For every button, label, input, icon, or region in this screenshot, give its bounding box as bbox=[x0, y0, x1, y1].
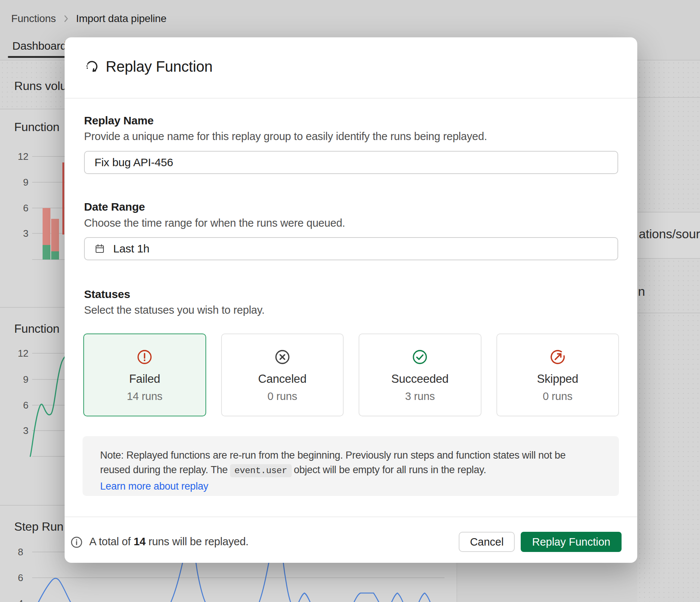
right-band-label: ations/sourc bbox=[637, 212, 700, 258]
header-divider bbox=[65, 98, 637, 99]
svg-text:6: 6 bbox=[23, 400, 28, 411]
svg-text:12: 12 bbox=[18, 348, 28, 359]
svg-text:4: 4 bbox=[18, 598, 23, 602]
svg-text:12: 12 bbox=[18, 151, 28, 162]
right-band-top bbox=[637, 60, 700, 212]
status-name: Canceled bbox=[258, 372, 306, 386]
note-line1: Note: Replayed functions are re-run from… bbox=[100, 450, 566, 461]
status-name: Failed bbox=[129, 372, 160, 386]
date-range-field[interactable]: Last 1h bbox=[84, 237, 618, 260]
status-name: Skipped bbox=[537, 372, 578, 386]
svg-text:9: 9 bbox=[23, 177, 28, 188]
replay-name-label: Replay Name bbox=[84, 114, 154, 127]
inline-code: event.user bbox=[230, 464, 292, 477]
tab-active-underline bbox=[8, 56, 65, 58]
info-icon bbox=[70, 536, 83, 549]
footer-buttons: Cancel Replay Function bbox=[459, 532, 622, 552]
date-range-description: Choose the time range for when the runs … bbox=[84, 217, 345, 229]
right-band-bottom bbox=[637, 313, 700, 602]
status-card-succeeded[interactable]: Succeeded 3 runs bbox=[359, 333, 481, 416]
status-card-canceled[interactable]: Canceled 0 runs bbox=[221, 333, 344, 416]
svg-text:6: 6 bbox=[18, 572, 23, 583]
redo-circle-icon bbox=[549, 348, 566, 366]
status-cards: Failed 14 runs Canceled 0 runs Succeeded bbox=[83, 333, 619, 416]
status-name: Succeeded bbox=[391, 372, 449, 386]
line-chart-green: 12 9 6 3 bbox=[0, 308, 75, 505]
status-runs: 3 runs bbox=[405, 390, 435, 403]
clipped-text-fragment: ations/sourc bbox=[639, 227, 700, 241]
replay-name-input[interactable] bbox=[84, 151, 618, 174]
date-range-label: Date Range bbox=[84, 201, 145, 213]
screen: Functions Import data pipeline Dashboard… bbox=[0, 0, 700, 602]
chevron-right-icon bbox=[61, 14, 71, 24]
breadcrumb-current: Import data pipeline bbox=[76, 13, 167, 25]
clipped-text-fragment: n bbox=[638, 284, 645, 299]
status-runs: 0 runs bbox=[267, 390, 297, 403]
status-card-skipped[interactable]: Skipped 0 runs bbox=[496, 333, 619, 416]
status-card-failed[interactable]: Failed 14 runs bbox=[83, 333, 206, 416]
statuses-description: Select the statuses you wish to replay. bbox=[84, 304, 264, 316]
check-circle-icon bbox=[411, 348, 428, 366]
calendar-icon bbox=[94, 243, 106, 255]
svg-text:3: 3 bbox=[23, 228, 28, 239]
right-divider bbox=[637, 97, 700, 98]
modal-title: Replay Function bbox=[106, 58, 213, 75]
status-runs: 14 runs bbox=[127, 390, 162, 403]
note-box: Note: Replayed functions are re-run from… bbox=[83, 436, 619, 496]
date-range-value: Last 1h bbox=[113, 242, 149, 255]
svg-text:8: 8 bbox=[18, 546, 23, 558]
footer-divider bbox=[65, 516, 637, 517]
learn-more-link[interactable]: Learn more about replay bbox=[100, 481, 208, 492]
svg-text:6: 6 bbox=[23, 202, 28, 214]
status-runs: 0 runs bbox=[543, 390, 572, 403]
footer-summary: A total of 14 runs will be replayed. bbox=[89, 536, 248, 548]
cancel-button[interactable]: Cancel bbox=[459, 532, 515, 552]
svg-text:9: 9 bbox=[23, 374, 28, 385]
alert-circle-icon bbox=[136, 348, 153, 366]
replay-name-description: Provide a unique name for this replay gr… bbox=[84, 130, 487, 143]
replay-function-button[interactable]: Replay Function bbox=[521, 532, 622, 552]
svg-text:3: 3 bbox=[23, 425, 28, 436]
footer-total-count: 14 bbox=[134, 536, 146, 547]
x-circle-icon bbox=[274, 348, 291, 366]
breadcrumb-functions[interactable]: Functions bbox=[11, 13, 56, 25]
note-line2: reused during the replay. Theevent.usero… bbox=[100, 464, 486, 476]
tab-dashboard[interactable]: Dashboard bbox=[12, 40, 66, 52]
breadcrumb: Functions Import data pipeline bbox=[11, 13, 167, 25]
statuses-label: Statuses bbox=[84, 288, 130, 301]
runs-volume-heading: Runs volu bbox=[14, 79, 67, 93]
bar-chart: 12 9 6 3 bbox=[0, 109, 75, 307]
right-band-mid: n bbox=[637, 259, 700, 313]
replay-icon bbox=[84, 59, 100, 74]
replay-function-modal: Replay Function Replay Name Provide a un… bbox=[65, 37, 637, 563]
